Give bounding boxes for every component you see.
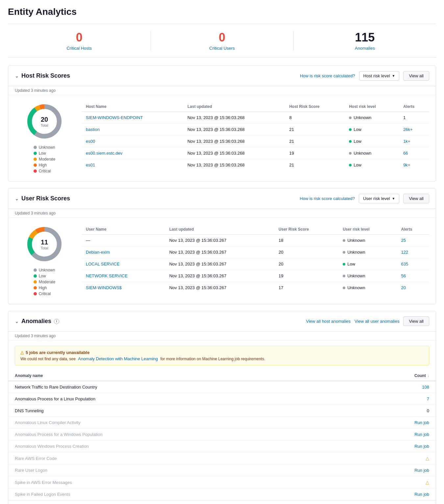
user-alerts-link[interactable]: 122 [401, 250, 408, 255]
host-risk-body: 20 Total Unknown Low Moderate High Criti… [8, 95, 436, 181]
host-alerts-cell: 66 [399, 147, 429, 159]
user-risk-level-dropdown[interactable]: User risk level ▼ [359, 194, 400, 203]
user-risk-title-text: User Risk Scores [21, 195, 70, 202]
host-risk-section: ⌄ Host Risk Scores How is risk score cal… [8, 65, 436, 182]
host-risk-collapse-icon[interactable]: ⌄ [15, 73, 19, 79]
anomalies-updated: Updated 3 minutes ago [8, 332, 436, 340]
anomalies-section: ⌄ Anomalies i View all host anomalies Vi… [8, 311, 436, 504]
user-alerts-link[interactable]: 56 [401, 273, 406, 278]
host-risk-table-header: Host Name Last updated Host Risk Score H… [82, 102, 429, 112]
user-risk-legend: Unknown Low Moderate High Critical [34, 268, 56, 297]
host-risk-view-all-button[interactable]: View all [403, 71, 429, 81]
user-legend-dot-critical [34, 292, 37, 295]
col-host-updated: Last updated [184, 102, 285, 112]
anomalies-warning-title: △ 5 jobs are currently unavailable [20, 350, 424, 355]
host-name-link[interactable]: es00.siem.estc.dev [86, 151, 122, 156]
anomalies-view-all-button[interactable]: View all [403, 316, 429, 326]
anomaly-name-text: Network Traffic to Rare Destination Coun… [15, 385, 97, 390]
user-name-link[interactable]: NETWORK SERVICE [86, 273, 128, 278]
run-job-link[interactable]: Run job [414, 432, 429, 437]
run-job-link[interactable]: Run job [414, 492, 429, 497]
host-level-cell: Unknown [345, 147, 399, 159]
critical-hosts-label[interactable]: Critical Hosts [8, 46, 150, 51]
user-legend-high: High [34, 286, 56, 290]
host-level-cell: Low [345, 159, 399, 171]
user-risk-body: 11 Total Unknown Low Moderate High Criti… [8, 218, 436, 304]
anomaly-count-cell: 108 [343, 381, 436, 393]
anomaly-count-link[interactable]: 7 [427, 396, 429, 401]
anomaly-count-cell: Run job [343, 441, 436, 452]
alerts-link[interactable]: 26k+ [403, 127, 413, 132]
anomaly-detection-link[interactable]: Anomaly Detection with Machine Learning [78, 356, 158, 361]
user-alerts-link[interactable]: 635 [401, 262, 408, 266]
user-name-link[interactable]: SIEM-WINDOWS$ [86, 285, 122, 290]
host-name-link[interactable]: es00 [86, 139, 95, 144]
host-risk-calc-link[interactable]: How is risk score calculated? [300, 73, 355, 78]
legend-item-critical: Critical [34, 169, 56, 173]
user-name-link[interactable]: LOCAL SERVICE [86, 262, 120, 266]
host-risk-level-dropdown[interactable]: Host risk level ▼ [359, 71, 400, 81]
anomaly-name-cell: Network Traffic to Rare Destination Coun… [8, 381, 343, 393]
host-updated-cell: Nov 13, 2023 @ 15:36:03.268 [184, 124, 285, 136]
user-risk-dropdown-label: User risk level [363, 196, 390, 201]
anomalies-info-icon[interactable]: i [54, 319, 59, 324]
anomaly-warn-icon: △ [426, 480, 429, 485]
user-name-link[interactable]: Debian-exim [86, 250, 110, 255]
user-risk-dot [343, 263, 345, 265]
view-all-user-anomalies-link[interactable]: View all user anomalies [355, 319, 399, 324]
critical-users-label[interactable]: Critical Users [151, 46, 293, 51]
host-name-cell: SIEM-WINDOWS-ENDPOINT [82, 112, 184, 124]
alerts-link[interactable]: 9k+ [403, 163, 410, 167]
col-user-score: User Risk Score [275, 224, 339, 235]
user-risk-section: ⌄ User Risk Scores How is risk score cal… [8, 188, 436, 304]
user-risk-collapse-icon[interactable]: ⌄ [15, 196, 19, 201]
user-risk-view-all-button[interactable]: View all [403, 194, 429, 203]
host-name-link[interactable]: es01 [86, 163, 95, 167]
anomaly-name-text: Spike in Failed Logon Events [15, 492, 70, 497]
user-score-cell: 20 [275, 258, 339, 270]
anomalies-title-text: Anomalies [21, 318, 51, 325]
user-legend-dot-unknown [34, 268, 37, 272]
user-alerts-link[interactable]: 25 [401, 238, 406, 243]
anomalies-warning-banner: △ 5 jobs are currently unavailable We co… [15, 346, 429, 365]
anomalies-label[interactable]: Anomalies [294, 46, 436, 51]
host-name-link[interactable]: bastion [86, 127, 100, 132]
user-legend-dot-high [34, 286, 37, 290]
host-name-cell: es00.siem.estc.dev [82, 147, 184, 159]
user-name-cell: LOCAL SERVICE [82, 258, 165, 270]
host-name-link[interactable]: SIEM-WINDOWS-ENDPOINT [86, 115, 143, 120]
legend-item-moderate: Moderate [34, 157, 56, 162]
host-name-cell: es00 [82, 136, 184, 147]
risk-dot [349, 152, 352, 155]
page-title: Entity Analytics [8, 7, 436, 17]
host-score-cell: 21 [285, 124, 345, 136]
legend-item-unknown: Unknown [34, 145, 56, 150]
host-score-cell: 21 [285, 159, 345, 171]
col-user-updated: Last updated [165, 224, 275, 235]
host-alerts-cell: 9k+ [399, 159, 429, 171]
run-job-link[interactable]: Run job [414, 444, 429, 449]
table-row: SIEM-WINDOWS$ Nov 13, 2023 @ 15:36:03.26… [82, 282, 429, 294]
user-alerts-link[interactable]: 20 [401, 285, 406, 290]
risk-level-text: Unknown [354, 115, 371, 120]
user-risk-calc-link[interactable]: How is risk score calculated? [300, 196, 355, 201]
host-score-cell: 8 [285, 112, 345, 124]
run-job-link[interactable]: Run job [414, 420, 429, 425]
risk-level-text: Unknown [354, 151, 371, 156]
alerts-link[interactable]: 66 [403, 151, 408, 156]
host-level-cell: Low [345, 136, 399, 147]
anomaly-name-text: Anomalous Process for a Linux Population [15, 396, 95, 401]
anomaly-count-link[interactable]: 108 [422, 385, 429, 390]
user-updated-cell: Nov 13, 2023 @ 15:36:03.267 [165, 282, 275, 294]
list-item: DNS Tunneling 0 [8, 405, 436, 417]
table-row: NETWORK SERVICE Nov 13, 2023 @ 15:36:03.… [82, 270, 429, 282]
host-updated-cell: Nov 13, 2023 @ 15:36:03.268 [184, 112, 285, 124]
run-job-link[interactable]: Run job [414, 468, 429, 473]
anomalies-collapse-icon[interactable]: ⌄ [15, 319, 19, 324]
col-anomaly-count[interactable]: Count ↓ [343, 371, 436, 381]
view-all-host-anomalies-link[interactable]: View all host anomalies [306, 319, 351, 324]
user-risk-header: ⌄ User Risk Scores How is risk score cal… [8, 189, 436, 209]
user-risk-total-label: Total [40, 246, 48, 250]
alerts-link[interactable]: 1k+ [403, 139, 410, 144]
user-risk-table-header: User Name Last updated User Risk Score U… [82, 224, 429, 235]
